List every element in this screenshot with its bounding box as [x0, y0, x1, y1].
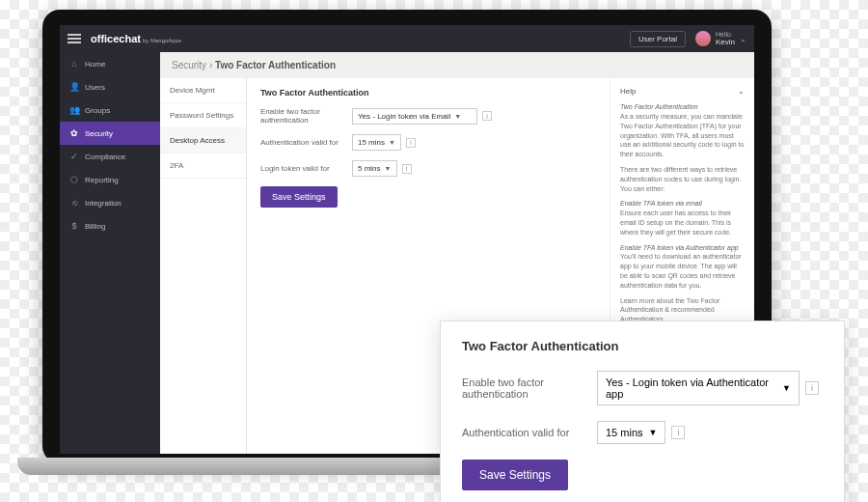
chevron-down-icon: ⌄ — [738, 86, 745, 97]
info-icon[interactable]: i — [805, 381, 819, 395]
subnav-password-settings[interactable]: Password Settings — [160, 103, 246, 128]
token-valid-label: Login token valid for — [260, 164, 352, 173]
auth-valid-select[interactable]: 15 mins▼ — [352, 134, 401, 151]
save-button[interactable]: Save Settings — [260, 186, 338, 208]
sidebar-item-users[interactable]: 👤Users — [60, 75, 160, 98]
caret-down-icon: ▼ — [385, 165, 392, 172]
help-text: Ensure each user has access to their ema… — [620, 209, 745, 237]
subnav-2fa[interactable]: 2FA — [160, 153, 246, 179]
popup-title: Two Factor Authentication — [462, 339, 823, 353]
subnav: Device Mgmt Password Settings Desktop Ac… — [160, 78, 247, 454]
popup-panel: Two Factor Authentication Enable two fac… — [440, 321, 845, 502]
sidebar-item-label: Home — [85, 60, 105, 69]
auth-valid-label: Authentication valid for — [260, 138, 352, 147]
sidebar-item-label: Billing — [85, 222, 105, 231]
logo: officechatby MangoApps — [91, 33, 181, 44]
gear-icon: ✿ — [69, 128, 79, 138]
group-icon: 👥 — [69, 105, 79, 115]
avatar — [695, 31, 711, 46]
help-text: You'll need to download an authenticator… — [620, 252, 745, 290]
sidebar-item-security[interactable]: ✿Security — [60, 122, 160, 145]
sidebar-item-label: Compliance — [85, 153, 125, 161]
sidebar-item-label: Reporting — [85, 176, 119, 184]
popup-enable-select[interactable]: Yes - Login token via Authenticator app▼ — [597, 371, 800, 405]
info-icon[interactable]: i — [671, 426, 685, 439]
sidebar-item-integration[interactable]: ⎋Integration — [60, 191, 160, 214]
help-heading: Two Factor Authentication — [620, 102, 745, 112]
popup-auth-select[interactable]: 15 mins▼ — [597, 421, 665, 444]
caret-down-icon: ▼ — [782, 383, 791, 393]
help-heading: Enable TFA token via email — [620, 199, 745, 209]
user-menu[interactable]: Hello Kevin ⌄ — [695, 31, 746, 46]
sidebar-item-compliance[interactable]: ✓Compliance — [60, 145, 160, 168]
caret-down-icon: ▼ — [389, 139, 395, 146]
popup-save-button[interactable]: Save Settings — [462, 460, 568, 490]
caret-down-icon: ▼ — [649, 428, 658, 437]
dollar-icon: $ — [69, 221, 79, 231]
hello-label: Hello — [716, 31, 735, 38]
enable-2fa-select[interactable]: Yes - Login token via Email▼ — [352, 108, 477, 125]
chart-icon: ⬡ — [69, 175, 79, 184]
chevron-down-icon: ⌄ — [740, 35, 746, 43]
panel-title: Two Factor Authentication — [260, 88, 596, 98]
sidebar-item-billing[interactable]: $Billing — [60, 214, 160, 237]
help-text: There are two different ways to retrieve… — [620, 165, 745, 193]
token-valid-select[interactable]: 5 mins▼ — [352, 160, 397, 177]
popup-enable-label: Enable two factor authentication — [462, 376, 597, 400]
sidebar-item-groups[interactable]: 👥Groups — [60, 98, 160, 122]
help-header[interactable]: Help⌄ — [620, 86, 745, 97]
subnav-device-mgmt[interactable]: Device Mgmt — [160, 78, 246, 103]
home-icon: ⌂ — [69, 59, 79, 69]
sidebar-item-label: Security — [85, 129, 113, 138]
caret-down-icon: ▼ — [454, 113, 461, 120]
breadcrumb: Security › Two Factor Authentication — [160, 52, 754, 78]
sidebar-item-label: Groups — [85, 106, 110, 115]
menu-icon[interactable] — [68, 34, 81, 43]
help-heading: Enable TFA token via Authenticator app — [620, 243, 745, 253]
user-portal-button[interactable]: User Portal — [630, 31, 686, 47]
subnav-desktop-access[interactable]: Desktop Access — [160, 128, 246, 153]
sidebar-item-home[interactable]: ⌂Home — [60, 52, 160, 75]
sidebar-item-label: Users — [85, 83, 105, 92]
popup-auth-label: Authentication valid for — [462, 427, 597, 438]
info-icon[interactable]: i — [402, 164, 412, 174]
user-icon: 👤 — [69, 82, 79, 92]
username-label: Kevin — [716, 38, 735, 46]
help-text: As a security measure, you can mandate T… — [620, 112, 745, 159]
sidebar-item-label: Integration — [85, 199, 122, 208]
info-icon[interactable]: i — [482, 111, 492, 121]
info-icon[interactable]: i — [406, 138, 416, 148]
plug-icon: ⎋ — [69, 198, 79, 208]
shield-icon: ✓ — [69, 152, 79, 161]
enable-2fa-label: Enable two factor authentication — [260, 107, 352, 125]
sidebar-item-reporting[interactable]: ⬡Reporting — [60, 168, 160, 191]
sidebar: ⌂Home 👤Users 👥Groups ✿Security ✓Complian… — [60, 52, 160, 454]
